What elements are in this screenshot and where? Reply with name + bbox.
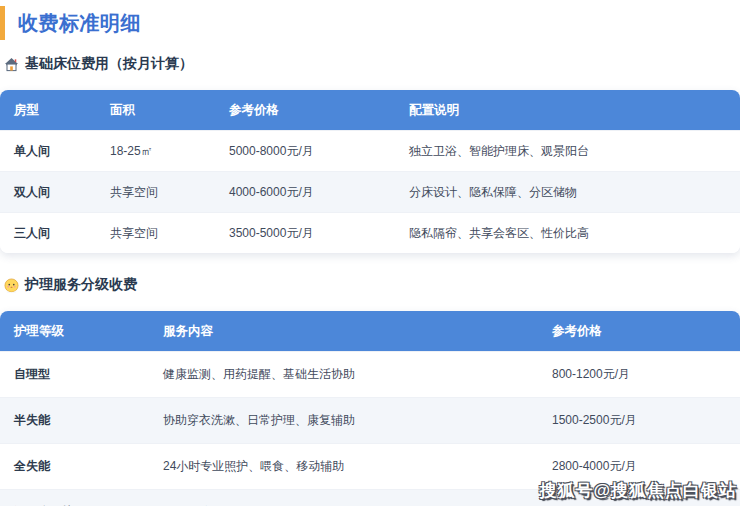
cell-price: 5000-8000元/月 bbox=[215, 131, 395, 171]
table-row-self-care: 自理型 健康监测、用药提醒、基础生活协助 800-1200元/月 bbox=[0, 351, 740, 397]
column-header-area: 面积 bbox=[96, 90, 215, 130]
section-heading-bed-fees: 基础床位费用（按月计算） bbox=[3, 54, 740, 74]
section-heading-label: 护理服务分级收费 bbox=[25, 276, 137, 294]
table-row-double-room: 双人间 共享空间 4000-6000元/月 分床设计、隐私保障、分区储物 bbox=[0, 171, 740, 212]
cell-config: 独立卫浴、智能护理床、观景阳台 bbox=[395, 131, 740, 171]
cell-room-type: 双人间 bbox=[0, 172, 96, 212]
table-row-single-room: 单人间 18-25㎡ 5000-8000元/月 独立卫浴、智能护理床、观景阳台 bbox=[0, 130, 740, 171]
cell-room-type: 三人间 bbox=[0, 213, 96, 253]
column-header-price: 参考价格 bbox=[538, 311, 740, 351]
bed-fee-table-header-row: 房型 面积 参考价格 配置说明 bbox=[0, 90, 740, 130]
cell-area: 共享空间 bbox=[96, 172, 215, 212]
cell-service-content: 健康监测、用药提醒、基础生活协助 bbox=[149, 352, 538, 397]
cell-service-content: 协助穿衣洗漱、日常护理、康复辅助 bbox=[149, 398, 538, 443]
cell-price: 3500-5000元/月 bbox=[215, 213, 395, 253]
fee-schedule-page: 收费标准明细 基础床位费用（按月计算） 房型 面积 参考价格 配置说明 单人间 … bbox=[0, 0, 740, 506]
table-row-triple-room: 三人间 共享空间 3500-5000元/月 隐私隔帘、共享会客区、性价比高 bbox=[0, 212, 740, 253]
cell-care-level: 认知症特护 bbox=[0, 490, 149, 506]
cell-service-content: 24小时专业照护、喂食、移动辅助 bbox=[149, 444, 538, 489]
column-header-price: 参考价格 bbox=[215, 90, 395, 130]
table-row-semi-disabled: 半失能 协助穿衣洗漱、日常护理、康复辅助 1500-2500元/月 bbox=[0, 397, 740, 443]
cell-area: 18-25㎡ bbox=[96, 131, 215, 171]
nursing-fee-table-header-row: 护理等级 服务内容 参考价格 bbox=[0, 311, 740, 351]
column-header-room-type: 房型 bbox=[0, 90, 96, 130]
cell-price: 1500-2500元/月 bbox=[538, 398, 740, 443]
section-heading-label: 基础床位费用（按月计算） bbox=[25, 55, 193, 73]
table-row-dementia-care: 认知症特护 专项照护、防走失系统、认知训练 3500-5000元/月 bbox=[0, 489, 740, 506]
cell-price: 2800-4000元/月 bbox=[538, 444, 740, 489]
cell-price: 800-1200元/月 bbox=[538, 352, 740, 397]
cell-config: 分床设计、隐私保障、分区储物 bbox=[395, 172, 740, 212]
page-title: 收费标准明细 bbox=[5, 10, 141, 37]
cell-service-content: 专项照护、防走失系统、认知训练 bbox=[149, 490, 538, 506]
bed-fee-table: 房型 面积 参考价格 配置说明 单人间 18-25㎡ 5000-8000元/月 … bbox=[0, 90, 740, 253]
cell-price: 4000-6000元/月 bbox=[215, 172, 395, 212]
column-header-config: 配置说明 bbox=[395, 90, 740, 130]
cell-care-level: 半失能 bbox=[0, 398, 149, 443]
cell-room-type: 单人间 bbox=[0, 131, 96, 171]
cell-care-level: 全失能 bbox=[0, 444, 149, 489]
cell-area: 共享空间 bbox=[96, 213, 215, 253]
column-header-care-level: 护理等级 bbox=[0, 311, 149, 351]
section-heading-nursing-fees: 护理服务分级收费 bbox=[3, 275, 740, 295]
page-title-row: 收费标准明细 bbox=[0, 6, 740, 40]
cell-config: 隐私隔帘、共享会客区、性价比高 bbox=[395, 213, 740, 253]
nursing-fee-table: 护理等级 服务内容 参考价格 自理型 健康监测、用药提醒、基础生活协助 800-… bbox=[0, 311, 740, 506]
cell-price: 3500-5000元/月 bbox=[538, 490, 740, 506]
table-row-fully-disabled: 全失能 24小时专业照护、喂食、移动辅助 2800-4000元/月 bbox=[0, 443, 740, 489]
caregiver-icon bbox=[3, 277, 19, 293]
column-header-service-content: 服务内容 bbox=[149, 311, 538, 351]
cell-care-level: 自理型 bbox=[0, 352, 149, 397]
house-icon bbox=[3, 56, 19, 72]
